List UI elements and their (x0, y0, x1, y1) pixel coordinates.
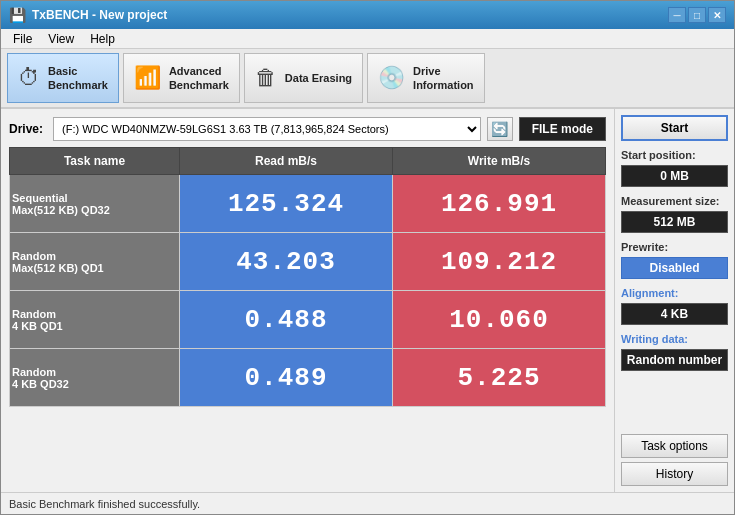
task-options-button[interactable]: Task options (621, 434, 728, 458)
row-write-1: 109.212 (393, 233, 606, 291)
writing-data-value: Random number (621, 349, 728, 371)
title-bar: 💾 TxBENCH - New project ─ □ ✕ (1, 1, 734, 29)
alignment-value: 4 KB (621, 303, 728, 325)
basic-benchmark-label: BasicBenchmark (48, 64, 108, 93)
read-value-2: 0.488 (182, 297, 390, 343)
close-button[interactable]: ✕ (708, 7, 726, 23)
prewrite-label: Prewrite: (621, 241, 728, 253)
window-title: TxBENCH - New project (32, 8, 668, 22)
data-erasing-icon: 🗑 (255, 65, 277, 91)
toolbar: ⏱ BasicBenchmark 📶 AdvancedBenchmark 🗑 D… (1, 49, 734, 109)
row-read-3: 0.489 (180, 349, 393, 407)
benchmark-table: Task name Read mB/s Write mB/s Sequentia… (9, 147, 606, 407)
toolbar-advanced-benchmark[interactable]: 📶 AdvancedBenchmark (123, 53, 240, 103)
drive-refresh-button[interactable]: 🔄 (487, 117, 513, 141)
status-bar: Basic Benchmark finished successfully. (1, 492, 734, 514)
menu-help[interactable]: Help (82, 30, 123, 48)
measurement-size-value: 512 MB (621, 211, 728, 233)
col-header-task: Task name (10, 148, 180, 175)
data-erasing-label: Data Erasing (285, 71, 352, 85)
toolbar-drive-information[interactable]: 💿 DriveInformation (367, 53, 485, 103)
alignment-label: Alignment: (621, 287, 728, 299)
status-message: Basic Benchmark finished successfully. (9, 498, 200, 510)
main-panel: Drive: (F:) WDC WD40NMZW-59LG6S1 3.63 TB… (1, 109, 614, 492)
row-write-3: 5.225 (393, 349, 606, 407)
advanced-benchmark-label: AdvancedBenchmark (169, 64, 229, 93)
menu-bar: File View Help (1, 29, 734, 49)
read-value-1: 43.203 (182, 239, 390, 285)
col-header-write: Write mB/s (393, 148, 606, 175)
table-row: Random4 KB QD10.48810.060 (10, 291, 606, 349)
write-value-3: 5.225 (395, 355, 603, 401)
row-label-1: RandomMax(512 KB) QD1 (10, 233, 180, 291)
writing-data-label: Writing data: (621, 333, 728, 345)
start-position-value: 0 MB (621, 165, 728, 187)
row-read-2: 0.488 (180, 291, 393, 349)
app-icon: 💾 (9, 7, 26, 23)
read-value-3: 0.489 (182, 355, 390, 401)
side-panel: Start Start position: 0 MB Measurement s… (614, 109, 734, 492)
basic-benchmark-icon: ⏱ (18, 65, 40, 91)
history-button[interactable]: History (621, 462, 728, 486)
row-read-1: 43.203 (180, 233, 393, 291)
table-row: Random4 KB QD320.4895.225 (10, 349, 606, 407)
table-row: RandomMax(512 KB) QD143.203109.212 (10, 233, 606, 291)
drive-information-label: DriveInformation (413, 64, 474, 93)
row-write-2: 10.060 (393, 291, 606, 349)
drive-label: Drive: (9, 122, 43, 136)
minimize-button[interactable]: ─ (668, 7, 686, 23)
row-label-3: Random4 KB QD32 (10, 349, 180, 407)
row-write-0: 126.991 (393, 175, 606, 233)
content-area: Drive: (F:) WDC WD40NMZW-59LG6S1 3.63 TB… (1, 109, 734, 492)
write-value-0: 126.991 (395, 181, 603, 227)
start-button[interactable]: Start (621, 115, 728, 141)
drive-row: Drive: (F:) WDC WD40NMZW-59LG6S1 3.63 TB… (9, 117, 606, 141)
table-row: SequentialMax(512 KB) QD32125.324126.991 (10, 175, 606, 233)
row-label-0: SequentialMax(512 KB) QD32 (10, 175, 180, 233)
window-controls: ─ □ ✕ (668, 7, 726, 23)
write-value-2: 10.060 (395, 297, 603, 343)
drive-select[interactable]: (F:) WDC WD40NMZW-59LG6S1 3.63 TB (7,813… (53, 117, 481, 141)
col-header-read: Read mB/s (180, 148, 393, 175)
row-read-0: 125.324 (180, 175, 393, 233)
menu-file[interactable]: File (5, 30, 40, 48)
maximize-button[interactable]: □ (688, 7, 706, 23)
advanced-benchmark-icon: 📶 (134, 65, 161, 91)
row-label-2: Random4 KB QD1 (10, 291, 180, 349)
toolbar-basic-benchmark[interactable]: ⏱ BasicBenchmark (7, 53, 119, 103)
menu-view[interactable]: View (40, 30, 82, 48)
toolbar-data-erasing[interactable]: 🗑 Data Erasing (244, 53, 363, 103)
prewrite-value: Disabled (621, 257, 728, 279)
drive-information-icon: 💿 (378, 65, 405, 91)
start-position-label: Start position: (621, 149, 728, 161)
write-value-1: 109.212 (395, 239, 603, 285)
measurement-size-label: Measurement size: (621, 195, 728, 207)
read-value-0: 125.324 (182, 181, 390, 227)
main-window: 💾 TxBENCH - New project ─ □ ✕ File View … (0, 0, 735, 515)
file-mode-button[interactable]: FILE mode (519, 117, 606, 141)
